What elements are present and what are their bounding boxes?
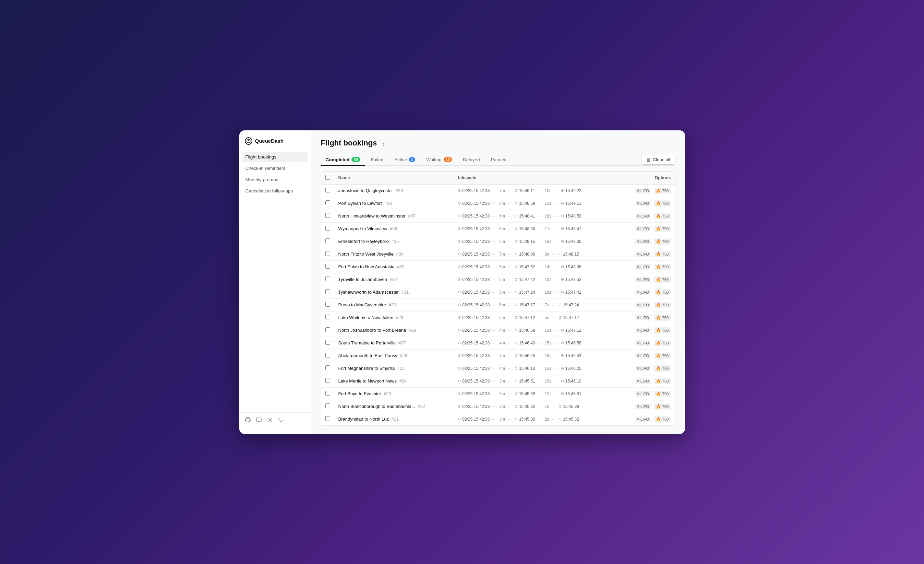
time1: 15:48:06 — [519, 252, 535, 257]
header-menu-button[interactable]: ⋮ — [380, 139, 387, 147]
sep2: ···· — [508, 391, 513, 396]
select-all-checkbox[interactable] — [326, 175, 330, 180]
monitor-icon[interactable] — [256, 417, 262, 423]
row-name-cell: North Fritz to West Joeyville #34 — [334, 248, 454, 260]
logo-icon — [245, 137, 252, 145]
row-options-cell: LIFO 🔥 750 — [620, 374, 675, 387]
sep2: ···· — [508, 417, 513, 422]
sep3: ···· — [537, 226, 542, 231]
sep1: ···· — [492, 391, 496, 396]
dot-icon — [637, 316, 639, 319]
sep3: ···· — [537, 201, 542, 206]
tab-waiting[interactable]: Waiting 10 — [422, 154, 457, 166]
row-checkbox[interactable] — [326, 353, 330, 358]
row-checkbox[interactable] — [326, 416, 330, 421]
duration2: 19s — [545, 379, 551, 384]
row-checkbox[interactable] — [326, 403, 330, 408]
job-name: North Howardview to Westminster — [338, 214, 406, 218]
row-checkbox[interactable] — [326, 188, 330, 193]
duration2: 8s — [545, 252, 549, 257]
row-checkbox[interactable] — [326, 302, 330, 307]
tab-completed[interactable]: Completed 39 — [321, 154, 365, 166]
duration2: 10s — [545, 277, 551, 282]
sep3: ···· — [537, 404, 542, 409]
timer-icon: ⊙ — [514, 379, 518, 383]
table-row: Provo to MacGyvershire #30 ⊙ 02/25 15:42… — [321, 298, 675, 311]
flame-icon: 🔥 — [656, 265, 661, 269]
duration2: 12s — [545, 201, 551, 206]
row-checkbox-cell — [321, 222, 334, 235]
tab-failed[interactable]: Failed — [366, 154, 388, 166]
start-date: 02/25 15:42:38 — [462, 252, 490, 257]
clock-icon: ⊙ — [458, 302, 461, 307]
row-checkbox[interactable] — [326, 314, 330, 319]
sidebar-item-check-in-reminders[interactable]: Check-in reminders — [242, 163, 308, 174]
job-name: Tyshawnworth to Adamscester — [338, 290, 399, 295]
sep1: ···· — [492, 226, 496, 231]
github-icon[interactable] — [245, 417, 251, 423]
row-checkbox[interactable] — [326, 391, 330, 396]
time2: 15:46:10 — [566, 379, 582, 384]
job-name: South Tremaine to Porterville — [338, 340, 396, 346]
row-checkbox[interactable] — [326, 238, 330, 243]
options-cell: LIFO 🔥 750 — [624, 314, 671, 321]
row-name-cell: North Blancaborough to Baumbachla... #22 — [334, 400, 454, 413]
flame-icon: 🔥 — [656, 328, 661, 333]
options-cell: LIFO 🔥 750 — [624, 327, 671, 334]
row-checkbox[interactable] — [326, 365, 330, 370]
row-checkbox[interactable] — [326, 226, 330, 230]
row-lifecycle-cell: ⊙ 02/25 15:42:38 ···· 6m ···· ⊙ 15:48:15… — [454, 235, 619, 248]
time1: 15:47:24 — [519, 290, 535, 295]
row-name-cell: Lake Mertie to Newport News #24 — [334, 374, 454, 387]
time2: 15:48:41 — [566, 226, 582, 231]
row-checkbox[interactable] — [326, 378, 330, 383]
table-row: Tyshawnworth to Adamscester #31 ⊙ 02/25 … — [321, 286, 675, 298]
settings-icon[interactable] — [267, 417, 273, 423]
row-checkbox[interactable] — [326, 264, 330, 269]
time2: 15:46:58 — [566, 341, 582, 346]
sep2: ···· — [508, 404, 513, 409]
row-checkbox[interactable] — [326, 251, 330, 256]
row-checkbox[interactable] — [326, 289, 330, 294]
sep1: ···· — [492, 252, 496, 257]
row-checkbox[interactable] — [326, 200, 330, 205]
check-icon: ⊙ — [561, 201, 564, 206]
clean-icon: 🗑 — [646, 157, 651, 162]
flame-icon: 🔥 — [656, 366, 661, 371]
tab-delayed[interactable]: Delayed — [458, 154, 485, 166]
time2: 15:48:06 — [566, 265, 582, 269]
priority-badge: 🔥 750 — [654, 200, 670, 206]
sidebar-item-flight-bookings[interactable]: Flight bookings — [242, 152, 308, 162]
row-checkbox[interactable] — [326, 340, 330, 345]
row-checkbox[interactable] — [326, 277, 330, 281]
priority-badge: 🔥 750 — [654, 226, 670, 232]
tab-active[interactable]: Active 1 — [390, 154, 420, 166]
row-checkbox-cell — [321, 324, 334, 337]
row-name-cell: South Tremaine to Porterville #27 — [334, 337, 454, 349]
lifecycle-cell: ⊙ 02/25 15:42:38 ···· 6m ···· ⊙ 15:48:30… — [458, 226, 615, 231]
sep4: ···· — [554, 239, 559, 244]
row-lifecycle-cell: ⊙ 02/25 15:42:38 ···· 5m ···· ⊙ 15:47:12… — [454, 311, 619, 324]
sep3: ···· — [537, 239, 542, 244]
row-name-cell: Tyshawnworth to Adamscester #31 — [334, 286, 454, 298]
sidebar-item-cancellation-follow-ups[interactable]: Cancellation follow-ups — [242, 186, 308, 196]
clean-all-button[interactable]: 🗑 Clean all — [641, 155, 675, 165]
row-options-cell: LIFO 🔥 750 — [620, 197, 675, 210]
timer-icon: ⊙ — [514, 302, 518, 307]
sep1: ···· — [492, 353, 496, 358]
refresh-icon[interactable] — [278, 417, 284, 423]
dot-icon — [637, 367, 639, 370]
row-checkbox[interactable] — [326, 327, 330, 332]
time2: 15:47:12 — [566, 328, 582, 333]
table-row: North Howardview to Westminster #37 ⊙ 02… — [321, 210, 675, 222]
sep3: ···· — [537, 353, 542, 358]
sep2: ···· — [508, 366, 513, 371]
row-checkbox[interactable] — [326, 213, 330, 218]
start-date: 02/25 15:42:38 — [462, 379, 490, 384]
job-id: #32 — [390, 277, 397, 282]
tab-paused[interactable]: Paused — [486, 154, 511, 166]
row-options-cell: LIFO 🔥 750 — [620, 210, 675, 222]
sidebar-item-monthly-promos[interactable]: Monthly promos — [242, 174, 308, 185]
row-name-cell: Fort Eulah to New Anastasia #33 — [334, 260, 454, 273]
sep2: ···· — [508, 265, 513, 269]
